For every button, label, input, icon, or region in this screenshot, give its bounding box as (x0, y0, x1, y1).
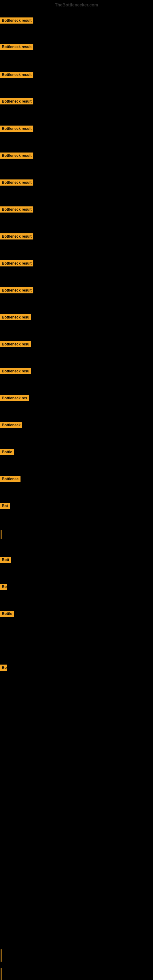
bottleneck-badge: Bottleneck res (0, 395, 29, 401)
bottleneck-result-row[interactable]: Bottleneck result (0, 180, 33, 187)
bottleneck-badge: Bottleneck result (0, 153, 33, 159)
bottleneck-result-row[interactable]: Bot (0, 503, 10, 510)
site-title: TheBottlenecker.com (0, 2, 153, 7)
bottleneck-result-row[interactable]: Bo (0, 584, 7, 591)
bottleneck-badge: Bottleneck result (0, 207, 33, 213)
bottleneck-badge: Bottleneck resu (0, 314, 31, 320)
bottleneck-badge: Bottleneck result (0, 44, 33, 50)
bottleneck-result-row[interactable]: Bottle (0, 611, 14, 618)
bottleneck-badge: Bottleneck result (0, 72, 33, 78)
bottleneck-result-row[interactable]: Bott (0, 557, 11, 564)
bottleneck-badge: Bottleneck result (0, 233, 33, 240)
vertical-indicator-line (1, 530, 2, 539)
bottleneck-result-row[interactable]: Bottleneck result (0, 207, 33, 214)
bottleneck-result-row[interactable]: Bottleneck res (0, 395, 29, 402)
bottleneck-badge: Bottleneck result (0, 180, 33, 186)
bottleneck-badge: Bottleneck resu (0, 368, 31, 374)
bottleneck-result-row[interactable]: Bottleneck resu (0, 314, 31, 321)
bottleneck-result-row[interactable]: Bottleneck result (0, 287, 33, 294)
vertical-indicator-line (1, 950, 2, 962)
bottleneck-result-row[interactable]: Bottleneck result (0, 98, 33, 106)
vertical-indicator-line (1, 968, 2, 980)
bottleneck-badge: Bottleneck result (0, 260, 33, 266)
bottleneck-badge: Bottle (0, 449, 14, 455)
bottleneck-result-row[interactable]: Bottleneck (0, 422, 22, 430)
bottleneck-badge: Bottleneck result (0, 126, 33, 132)
bottleneck-badge: Bot (0, 503, 10, 509)
bottleneck-result-row[interactable]: Bo (0, 665, 7, 672)
bottleneck-result-row[interactable]: Bottleneck resu (0, 341, 31, 348)
bottleneck-result-row[interactable]: Bottleneck result (0, 72, 33, 79)
bottleneck-badge: Bottleneck resu (0, 341, 31, 347)
bottleneck-result-row[interactable]: Bottleneck resu (0, 368, 31, 375)
bottleneck-badge: Bottlenec (0, 476, 21, 482)
bottleneck-result-row[interactable]: Bottleneck result (0, 260, 33, 268)
bottleneck-result-row[interactable]: Bottleneck result (0, 44, 33, 51)
bottleneck-badge: Bottleneck (0, 422, 22, 428)
bottleneck-badge: Bo (0, 665, 7, 671)
bottleneck-badge: Bottleneck result (0, 18, 33, 24)
bottleneck-result-row[interactable]: Bottleneck result (0, 126, 33, 133)
bottleneck-result-row[interactable]: Bottleneck result (0, 153, 33, 160)
bottleneck-result-row[interactable]: Bottle (0, 449, 14, 456)
bottleneck-badge: Bott (0, 557, 11, 563)
bottleneck-result-row[interactable]: Bottlenec (0, 476, 21, 483)
bottleneck-badge: Bo (0, 584, 7, 590)
bottleneck-result-row[interactable]: Bottleneck result (0, 18, 33, 25)
bottleneck-badge: Bottle (0, 611, 14, 617)
bottleneck-badge: Bottleneck result (0, 287, 33, 293)
bottleneck-badge: Bottleneck result (0, 98, 33, 105)
bottleneck-result-row[interactable]: Bottleneck result (0, 233, 33, 241)
